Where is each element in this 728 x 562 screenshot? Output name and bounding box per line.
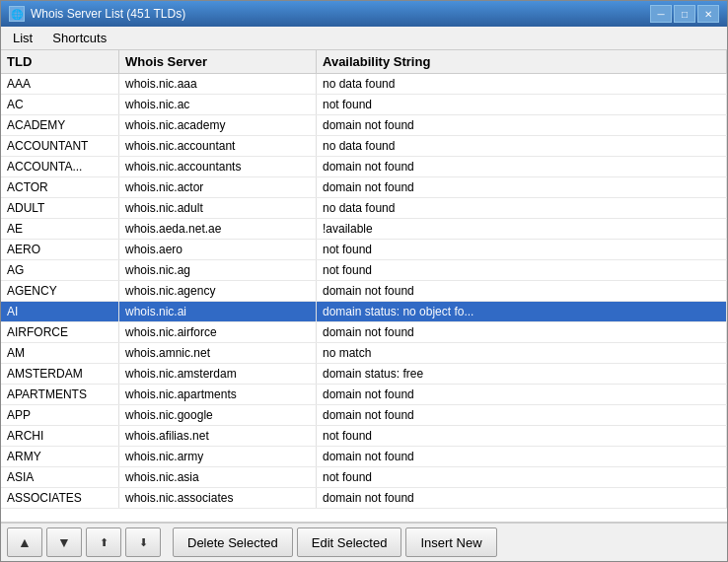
- cell-tld: AI: [1, 302, 119, 321]
- cell-server: whois.nic.amsterdam: [119, 364, 317, 384]
- table-scroll[interactable]: AAA whois.nic.aaa no data found AC whois…: [1, 74, 727, 520]
- title-bar: 🌐 Whois Server List (451 TLDs) ─ □ ✕: [1, 1, 727, 27]
- cell-tld: AM: [1, 343, 119, 363]
- cell-server: whois.nic.ag: [119, 260, 317, 280]
- cell-tld: AE: [1, 219, 119, 239]
- cell-availability: domain not found: [317, 488, 727, 508]
- maximize-button[interactable]: □: [674, 5, 695, 23]
- cell-server: whois.nic.agency: [119, 281, 317, 301]
- cell-server: whois.nic.asia: [119, 467, 317, 487]
- title-bar-buttons: ─ □ ✕: [650, 5, 719, 23]
- cell-tld: ACADEMY: [1, 115, 119, 135]
- table-header: TLD Whois Server Availability String: [1, 50, 727, 74]
- table-row[interactable]: ACTOR whois.nic.actor domain not found: [1, 177, 727, 198]
- table-row[interactable]: AC whois.nic.ac not found: [1, 95, 727, 115]
- move-down-button[interactable]: ▼: [46, 527, 82, 557]
- cell-availability: not found: [317, 467, 727, 487]
- col-server: Whois Server: [119, 50, 317, 73]
- cell-availability: domain not found: [317, 115, 727, 135]
- table-row[interactable]: APP whois.nic.google domain not found: [1, 405, 727, 426]
- window-title: Whois Server List (451 TLDs): [31, 7, 185, 21]
- cell-availability: no data found: [317, 198, 727, 218]
- table-row[interactable]: AMSTERDAM whois.nic.amsterdam domain sta…: [1, 364, 727, 385]
- cell-tld: ARMY: [1, 447, 119, 466]
- table-row[interactable]: ASSOCIATES whois.nic.associates domain n…: [1, 488, 727, 509]
- table-row[interactable]: ACADEMY whois.nic.academy domain not fou…: [1, 115, 727, 136]
- table-row[interactable]: AI whois.nic.ai domain status: no object…: [1, 302, 727, 322]
- table-row[interactable]: AIRFORCE whois.nic.airforce domain not f…: [1, 322, 727, 343]
- menu-bar: List Shortcuts: [1, 27, 727, 50]
- cell-tld: AMSTERDAM: [1, 364, 119, 384]
- cell-availability: no data found: [317, 74, 727, 94]
- insert-new-button[interactable]: Insert New: [405, 527, 496, 557]
- cell-availability: not found: [317, 260, 727, 280]
- title-bar-left: 🌐 Whois Server List (451 TLDs): [9, 6, 185, 22]
- cell-tld: ARCHI: [1, 426, 119, 446]
- menu-shortcuts[interactable]: Shortcuts: [44, 29, 114, 47]
- edit-selected-button[interactable]: Edit Selected: [297, 527, 402, 557]
- cell-availability: no data found: [317, 136, 727, 156]
- cell-availability: not found: [317, 240, 727, 259]
- cell-availability: domain not found: [317, 281, 727, 301]
- minimize-button[interactable]: ─: [650, 5, 672, 23]
- cell-server: whois.nic.adult: [119, 198, 317, 218]
- cell-tld: AC: [1, 95, 119, 114]
- table-row[interactable]: AERO whois.aero not found: [1, 240, 727, 260]
- cell-availability: domain not found: [317, 447, 727, 466]
- cell-tld: ACCOUNTANT: [1, 136, 119, 156]
- close-button[interactable]: ✕: [697, 5, 719, 23]
- cell-availability: domain not found: [317, 177, 727, 197]
- cell-availability: not found: [317, 95, 727, 114]
- main-window: 🌐 Whois Server List (451 TLDs) ─ □ ✕ Lis…: [0, 0, 728, 562]
- cell-tld: APP: [1, 405, 119, 425]
- table-row[interactable]: ADULT whois.nic.adult no data found: [1, 198, 727, 219]
- cell-tld: ACTOR: [1, 177, 119, 197]
- cell-availability: no match: [317, 343, 727, 363]
- table-row[interactable]: ARCHI whois.afilias.net not found: [1, 426, 727, 447]
- cell-server: whois.nic.actor: [119, 177, 317, 197]
- move-up-button[interactable]: ▲: [7, 527, 42, 557]
- cell-availability: !available: [317, 219, 727, 239]
- col-tld: TLD: [1, 50, 119, 73]
- cell-server: whois.nic.accountant: [119, 136, 317, 156]
- cell-tld: ACCOUNTA...: [1, 157, 119, 176]
- cell-tld: AG: [1, 260, 119, 280]
- cell-server: whois.amnic.net: [119, 343, 317, 363]
- cell-server: whois.nic.ai: [119, 302, 317, 321]
- cell-tld: ASSOCIATES: [1, 488, 119, 508]
- cell-server: whois.nic.academy: [119, 115, 317, 135]
- table-row[interactable]: ACCOUNTANT whois.nic.accountant no data …: [1, 136, 727, 157]
- table-row[interactable]: ACCOUNTA... whois.nic.accountants domain…: [1, 157, 727, 177]
- table-row[interactable]: AAA whois.nic.aaa no data found: [1, 74, 727, 95]
- table-container: TLD Whois Server Availability String AAA…: [1, 50, 727, 522]
- menu-list[interactable]: List: [5, 29, 40, 47]
- cell-tld: AERO: [1, 240, 119, 259]
- table-row[interactable]: AE whois.aeda.net.ae !available: [1, 219, 727, 240]
- move-top-button[interactable]: ⬆: [86, 527, 121, 557]
- table-row[interactable]: AGENCY whois.nic.agency domain not found: [1, 281, 727, 302]
- bottom-bar: ▲ ▼ ⬆ ⬇ Delete Selected Edit Selected In…: [1, 522, 727, 561]
- move-bottom-button[interactable]: ⬇: [125, 527, 161, 557]
- cell-availability: domain status: free: [317, 364, 727, 384]
- cell-availability: domain not found: [317, 322, 727, 342]
- cell-server: whois.nic.ac: [119, 95, 317, 114]
- cell-tld: APARTMENTS: [1, 385, 119, 404]
- cell-tld: ADULT: [1, 198, 119, 218]
- cell-server: whois.aero: [119, 240, 317, 259]
- cell-availability: domain not found: [317, 157, 727, 176]
- table-row[interactable]: AM whois.amnic.net no match: [1, 343, 727, 364]
- table-row[interactable]: AG whois.nic.ag not found: [1, 260, 727, 281]
- cell-server: whois.aeda.net.ae: [119, 219, 317, 239]
- table-row[interactable]: ASIA whois.nic.asia not found: [1, 467, 727, 488]
- col-availability: Availability String: [317, 50, 727, 73]
- cell-tld: AGENCY: [1, 281, 119, 301]
- cell-server: whois.nic.airforce: [119, 322, 317, 342]
- cell-tld: AIRFORCE: [1, 322, 119, 342]
- cell-server: whois.nic.aaa: [119, 74, 317, 94]
- delete-selected-button[interactable]: Delete Selected: [173, 527, 293, 557]
- cell-server: whois.nic.associates: [119, 488, 317, 508]
- cell-availability: domain not found: [317, 385, 727, 404]
- table-row[interactable]: APARTMENTS whois.nic.apartments domain n…: [1, 385, 727, 405]
- table-row[interactable]: ARMY whois.nic.army domain not found: [1, 447, 727, 467]
- cell-availability: domain status: no object fo...: [317, 302, 727, 321]
